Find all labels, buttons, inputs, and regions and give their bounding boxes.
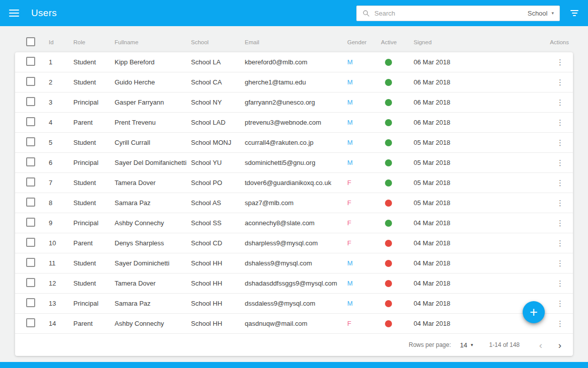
row-checkbox[interactable] xyxy=(26,177,35,187)
cell-id: 2 xyxy=(49,78,73,86)
add-user-fab[interactable]: + xyxy=(523,301,545,323)
cell-signed: 06 Mar 2018 xyxy=(414,58,533,66)
row-checkbox[interactable] xyxy=(26,77,35,86)
table-footer: Rows per page: 14 ▾ 1-14 of 148 ‹ › xyxy=(15,334,573,356)
menu-icon[interactable] xyxy=(9,9,19,18)
rows-per-page-select[interactable]: 14 ▾ xyxy=(460,341,473,349)
row-actions-menu-icon[interactable]: ⋮ xyxy=(554,158,566,167)
cell-fullname: Sayer Del Domifanichetti xyxy=(115,159,191,166)
row-actions-menu-icon[interactable]: ⋮ xyxy=(554,279,566,288)
row-checkbox[interactable] xyxy=(26,198,35,207)
table-row: 12 Student Tamera Dover School HH dshada… xyxy=(15,273,573,294)
cell-gender: M xyxy=(347,300,381,307)
next-page-button[interactable]: › xyxy=(554,339,566,351)
row-actions-menu-icon[interactable]: ⋮ xyxy=(554,299,566,308)
cell-email: gfarryann2@unesco.org xyxy=(245,99,347,106)
active-status-dot xyxy=(385,59,392,66)
cell-signed: 04 Mar 2018 xyxy=(414,239,533,247)
cell-fullname: Prent Trevenu xyxy=(115,119,191,126)
row-checkbox[interactable] xyxy=(26,218,35,227)
row-checkbox[interactable] xyxy=(26,298,35,307)
row-checkbox[interactable] xyxy=(26,278,35,287)
menu-bar xyxy=(9,13,19,14)
filter-icon[interactable] xyxy=(569,9,580,18)
cell-email: dssdaless9@mysql.com xyxy=(245,300,347,307)
cell-gender: M xyxy=(347,58,381,66)
column-header-gender: Gender xyxy=(347,39,381,45)
cell-active xyxy=(381,240,414,247)
cell-school: School MONJ xyxy=(191,139,245,146)
active-status-dot xyxy=(385,179,392,187)
cell-email: aconnechy8@slate.com xyxy=(245,219,347,227)
app-bar-left: Users xyxy=(9,8,57,19)
cell-id: 3 xyxy=(49,99,73,106)
cell-actions: ⋮ xyxy=(533,98,573,107)
cell-role: Principal xyxy=(73,159,115,166)
row-checkbox[interactable] xyxy=(26,57,35,66)
cell-fullname: Guido Herche xyxy=(115,78,191,86)
cell-signed: 04 Mar 2018 xyxy=(414,280,533,287)
cell-school: School AS xyxy=(191,199,245,207)
column-header-fullname: Fullname xyxy=(115,39,191,45)
search-input[interactable] xyxy=(374,10,528,17)
cell-role: Student xyxy=(73,259,115,267)
row-actions-menu-icon[interactable]: ⋮ xyxy=(554,238,566,248)
chevron-down-icon: ▾ xyxy=(471,343,473,347)
table-row: 5 Student Cyrill Currall School MONJ ccu… xyxy=(15,133,573,153)
cell-email: gherche1@tamu.edu xyxy=(245,78,347,86)
cell-email: dsharpless9@mysql.com xyxy=(245,239,347,247)
row-actions-menu-icon[interactable]: ⋮ xyxy=(554,319,566,328)
cell-actions: ⋮ xyxy=(533,218,573,228)
row-actions-menu-icon[interactable]: ⋮ xyxy=(554,218,566,228)
cell-active xyxy=(381,159,414,166)
row-checkbox[interactable] xyxy=(26,238,35,247)
cell-id: 6 xyxy=(49,159,73,166)
cell-role: Principal xyxy=(73,99,115,106)
cell-fullname: Denys Sharpless xyxy=(115,239,191,247)
row-checkbox[interactable] xyxy=(26,258,35,267)
row-actions-menu-icon[interactable]: ⋮ xyxy=(554,77,566,87)
cell-school: School HH xyxy=(191,300,245,307)
row-checkbox[interactable] xyxy=(26,137,35,146)
row-actions-menu-icon[interactable]: ⋮ xyxy=(554,138,566,147)
table-row: 7 Student Tamera Dover School PO tdover6… xyxy=(15,173,573,193)
row-actions-menu-icon[interactable]: ⋮ xyxy=(554,178,566,188)
row-checkbox[interactable] xyxy=(26,117,35,126)
row-actions-menu-icon[interactable]: ⋮ xyxy=(554,98,566,107)
cell-fullname: Sayer Dominichetti xyxy=(115,259,191,267)
active-status-dot xyxy=(385,119,392,126)
app-bar-right: School ▾ xyxy=(356,6,580,21)
row-actions-menu-icon[interactable]: ⋮ xyxy=(554,198,566,208)
cell-fullname: Cyrill Currall xyxy=(115,139,191,146)
table-row: 8 Student Samara Paz School AS spaz7@mlb… xyxy=(15,193,573,213)
cell-actions: ⋮ xyxy=(533,57,573,67)
active-status-dot xyxy=(385,280,392,287)
row-actions-menu-icon[interactable]: ⋮ xyxy=(554,118,566,127)
row-checkbox[interactable] xyxy=(26,97,35,106)
row-checkbox-cell xyxy=(15,97,49,108)
cell-fullname: Kipp Bereford xyxy=(115,58,191,66)
previous-page-button[interactable]: ‹ xyxy=(535,339,547,351)
select-all-checkbox[interactable] xyxy=(26,37,35,46)
table-row: 1 Student Kipp Bereford School LA kberef… xyxy=(15,52,573,72)
column-header-active: Active xyxy=(381,39,414,45)
cell-id: 8 xyxy=(49,199,73,207)
column-header-role: Role xyxy=(73,39,115,45)
cell-school: School HH xyxy=(191,280,245,287)
row-actions-menu-icon[interactable]: ⋮ xyxy=(554,258,566,268)
cell-email: sdominichetti5@gnu.org xyxy=(245,159,347,166)
cell-id: 5 xyxy=(49,139,73,146)
cell-school: School CD xyxy=(191,239,245,247)
row-checkbox[interactable] xyxy=(26,318,35,327)
active-status-dot xyxy=(385,79,392,86)
table-row: 13 Principal Samara Paz School HH dssdal… xyxy=(15,294,573,314)
row-checkbox-cell xyxy=(15,157,49,168)
cell-signed: 05 Mar 2018 xyxy=(414,159,533,166)
row-checkbox[interactable] xyxy=(26,157,35,166)
rows-per-page-label: Rows per page: xyxy=(409,341,451,348)
search-column-select[interactable]: School ▾ xyxy=(528,10,554,17)
row-checkbox-cell xyxy=(15,318,49,329)
bottom-bar xyxy=(0,362,588,368)
row-actions-menu-icon[interactable]: ⋮ xyxy=(554,57,566,67)
cell-signed: 04 Mar 2018 xyxy=(414,320,533,327)
